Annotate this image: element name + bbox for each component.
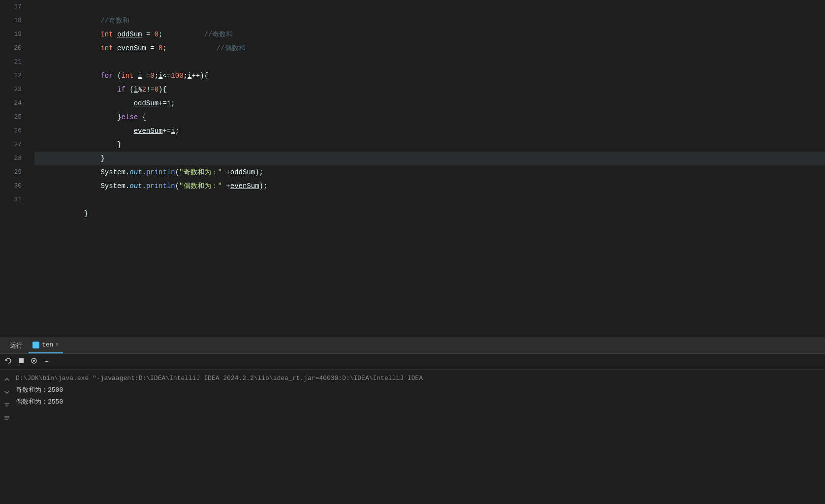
output-sidebar — [0, 373, 14, 501]
code-line-27: } — [34, 138, 825, 152]
panel-toolbar: ⋯ — [0, 354, 825, 370]
scroll-icon — [31, 357, 37, 366]
output-text-area: D:\JDK\bin\java.exe "-javaagent:D:\IDEA\… — [14, 373, 825, 501]
panel-output: D:\JDK\bin\java.exe "-javaagent:D:\IDEA\… — [0, 370, 825, 504]
more-button[interactable]: ⋯ — [41, 356, 52, 367]
stop-icon — [18, 358, 24, 366]
editor-area: 17 18 19 20 21 22 23 24 25 26 27 28 29 3… — [0, 0, 825, 337]
line-num-22: 22 — [0, 69, 22, 83]
code-line-17: //奇数和 — [34, 0, 825, 14]
line-num-19: 19 — [0, 28, 22, 41]
line-num-24: 24 — [0, 96, 22, 110]
scroll-down-button[interactable] — [2, 387, 12, 397]
output-result-odd: 奇数和为：2500 — [16, 384, 825, 396]
line-num-23: 23 — [0, 83, 22, 96]
bottom-panel: 运行 ten × — [0, 337, 825, 504]
line-num-29: 29 — [0, 165, 22, 179]
line-num-26: 26 — [0, 124, 22, 138]
rerun-button[interactable] — [3, 356, 14, 367]
svg-point-2 — [33, 360, 35, 362]
tab-ten[interactable]: ten × — [29, 337, 63, 353]
line-num-18: 18 — [0, 14, 22, 28]
line-num-25: 25 — [0, 110, 22, 124]
svg-rect-0 — [19, 358, 24, 363]
scroll-button[interactable] — [29, 356, 39, 367]
code-content[interactable]: //奇数和 int oddSum = 0; //奇数和 int evenSum … — [30, 0, 825, 337]
code-container: 17 18 19 20 21 22 23 24 25 26 27 28 29 3… — [0, 0, 825, 337]
stop-button[interactable] — [16, 356, 27, 367]
code-line-28: System.out.println("奇数和为：" +oddSum); — [34, 152, 825, 165]
code-line-21: for (int i =0;i<=100;i++){ — [34, 55, 825, 69]
line-num-27: 27 — [0, 138, 22, 152]
align-button[interactable] — [2, 413, 12, 423]
line-num-30: 30 — [0, 179, 22, 193]
rerun-icon — [5, 357, 12, 366]
output-command-line: D:\JDK\bin\java.exe "-javaagent:D:\IDEA\… — [16, 373, 825, 384]
line-num-20: 20 — [0, 41, 22, 55]
line-num-21: 21 — [0, 55, 22, 69]
tab-run-label: 运行 — [10, 341, 23, 350]
code-line-25: evenSum+=i; — [34, 110, 825, 124]
filter-button[interactable] — [2, 400, 12, 410]
more-icon: ⋯ — [44, 357, 49, 366]
line-num-28: 28 — [0, 152, 22, 165]
close-icon[interactable]: × — [55, 342, 59, 348]
tab-ten-label: ten — [42, 341, 53, 348]
code-line-18: int oddSum = 0; //奇数和 — [34, 14, 825, 28]
line-numbers: 17 18 19 20 21 22 23 24 25 26 27 28 29 3… — [0, 0, 30, 337]
line-num-17: 17 — [0, 0, 22, 14]
panel-tabs: 运行 ten × — [0, 337, 825, 354]
tab-ten-icon — [32, 342, 39, 348]
code-line-31: } — [34, 193, 825, 207]
tab-run[interactable]: 运行 — [4, 337, 29, 353]
scroll-up-button[interactable] — [2, 375, 12, 384]
output-result-even: 偶数和为：2550 — [16, 396, 825, 408]
line-num-31: 31 — [0, 193, 22, 207]
